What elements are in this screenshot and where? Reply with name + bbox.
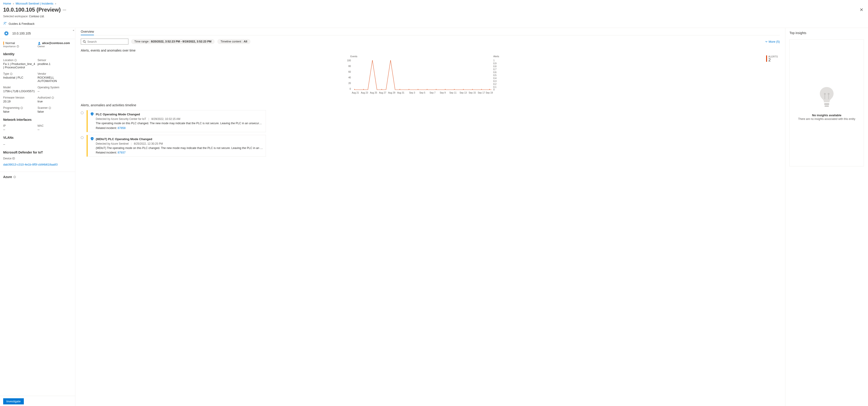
owner-value: alice@contoso.com <box>38 41 72 45</box>
info-icon[interactable] <box>49 107 51 109</box>
svg-text:100: 100 <box>347 59 351 62</box>
svg-text:60: 60 <box>348 70 351 73</box>
svg-point-7 <box>38 42 40 43</box>
svg-text:Aug 25: Aug 25 <box>370 91 377 94</box>
svg-text:40: 40 <box>348 76 351 79</box>
identity-model: 1756-L71/B LOGIX5571 <box>3 89 36 93</box>
info-icon <box>13 176 16 178</box>
importance-label: Importance <box>3 45 38 48</box>
page-header: 10.0.100.105 (Preview) ⋯ ✕ <box>0 6 868 15</box>
svg-text:Sep 15: Sep 15 <box>469 91 476 94</box>
insights-title: Top insights <box>789 31 864 35</box>
shield-icon <box>90 137 94 141</box>
svg-text:0.7: 0.7 <box>493 68 497 70</box>
breadcrumb-home[interactable]: Home <box>3 2 11 5</box>
collapse-icon[interactable]: « <box>73 29 74 32</box>
entity-header: 10.0.100.105 <box>0 28 75 39</box>
events-alerts-chart: Events 100 80 60 40 20 0 Alerts 1 0.9 0.… <box>81 55 762 98</box>
svg-text:Sep 17: Sep 17 <box>478 91 485 94</box>
related-incident-link[interactable]: 87937 <box>118 151 126 154</box>
investigate-button[interactable]: Investigate <box>3 398 24 404</box>
chart-title: Alerts, events and anomalies over time <box>81 49 780 52</box>
identity-firmware: 20.19 <box>3 100 36 103</box>
chip-icon <box>3 30 9 36</box>
tab-overview[interactable]: Overview <box>81 30 94 35</box>
owner-label: Owner <box>38 45 72 48</box>
insights-panel: Top insights No insights available There… <box>785 28 868 406</box>
svg-text:Sep 13: Sep 13 <box>460 91 467 94</box>
timeline-title: Alerts, anomalies and activities timelin… <box>81 103 780 107</box>
svg-text:0.6: 0.6 <box>493 71 497 74</box>
svg-point-1 <box>5 22 6 23</box>
svg-text:0.4: 0.4 <box>493 77 497 80</box>
close-icon[interactable]: ✕ <box>858 6 865 14</box>
identity-authorized: true <box>38 100 71 103</box>
svg-text:Aug 27: Aug 27 <box>379 91 386 94</box>
page-title: 10.0.100.105 (Preview) <box>3 7 61 13</box>
device-id-link[interactable]: dab39013-c310-4e1b-8f5f-cb94b618aa83 <box>0 162 75 169</box>
radio-icon[interactable] <box>81 136 84 139</box>
info-icon[interactable] <box>14 59 17 61</box>
network-mac: -- <box>38 128 71 131</box>
svg-text:Sep 19: Sep 19 <box>486 91 493 94</box>
alert-description: The operating mode on this PLC changed. … <box>96 121 263 125</box>
svg-text:Aug 21: Aug 21 <box>352 91 359 94</box>
timeline-content-pill[interactable]: Timeline content : All <box>217 39 250 44</box>
info-icon[interactable] <box>17 45 19 48</box>
svg-text:Sep 9: Sep 9 <box>440 91 446 94</box>
breadcrumb-sentinel[interactable]: Microsoft Sentinel | Incidents <box>16 2 53 5</box>
radio-icon[interactable] <box>81 112 84 114</box>
timeline-item[interactable]: (MDIoT) PLC Operating Mode Changed Detec… <box>81 135 780 157</box>
identity-scanner: false <box>38 110 71 113</box>
svg-text:Aug 31: Aug 31 <box>397 91 404 94</box>
alert-title: (MDIoT) PLC Operating Mode Changed <box>96 137 152 141</box>
more-actions-icon[interactable]: ⋯ <box>63 8 66 12</box>
info-icon[interactable] <box>10 72 12 75</box>
identity-type: Industrial | PLC <box>3 76 36 79</box>
insights-sub: There are no insights associated with th… <box>798 117 855 121</box>
workspace-subheader: Selected workspace: Contoso Ltd. <box>0 15 868 20</box>
identity-programming: false <box>3 110 36 113</box>
svg-text:0: 0 <box>350 88 351 90</box>
svg-text:0: 0 <box>493 88 495 91</box>
svg-text:Alerts: Alerts <box>493 55 499 58</box>
user-icon <box>38 41 41 45</box>
svg-point-78 <box>824 93 826 95</box>
svg-line-21 <box>85 42 86 43</box>
svg-rect-3 <box>6 33 7 34</box>
identity-os: -- <box>38 89 71 93</box>
alerts-kpi: ALERTS 2 <box>766 55 780 62</box>
lightbulb-icon <box>816 85 837 111</box>
search-input[interactable] <box>81 38 128 45</box>
timeline-item[interactable]: PLC Operating Mode Changed Detected by A… <box>81 110 780 132</box>
info-icon[interactable] <box>52 96 54 99</box>
more-link[interactable]: More (5) <box>765 40 780 44</box>
info-icon[interactable] <box>21 107 23 109</box>
identity-location: Fa 1 | Production_line_4 | ProcessContro… <box>3 62 36 69</box>
svg-text:80: 80 <box>348 65 351 67</box>
vlans-value: -- <box>3 143 70 146</box>
svg-text:Sep 3: Sep 3 <box>409 91 415 94</box>
svg-text:Aug 29: Aug 29 <box>388 91 396 94</box>
chevron-right-icon: › <box>55 2 56 5</box>
related-incident-link[interactable]: 87858 <box>118 126 126 129</box>
defender-title: Microsoft Defender for IoT <box>0 148 75 156</box>
svg-text:0.8: 0.8 <box>493 65 497 68</box>
svg-text:20: 20 <box>348 82 351 84</box>
chevron-down-icon <box>765 40 768 43</box>
breadcrumb: Home › Microsoft Sentinel | Incidents › <box>0 0 868 6</box>
tabs: Overview <box>81 30 780 35</box>
insights-none: No insights available <box>812 114 841 117</box>
chevron-right-icon: › <box>13 2 14 5</box>
azure-section[interactable]: Azure <box>0 172 75 182</box>
timerange-pill[interactable]: Time range : 8/20/2022, 3:52:23 PM - 9/1… <box>131 39 215 44</box>
svg-rect-77 <box>825 105 829 107</box>
alert-title: PLC Operating Mode Changed <box>96 113 140 116</box>
identity-vendor: ROCKWELL AUTOMATION <box>38 76 71 83</box>
guides-button[interactable]: Guides & Feedback <box>0 20 868 28</box>
entity-name: 10.0.100.105 <box>12 32 31 35</box>
svg-text:Sep 11: Sep 11 <box>450 91 457 94</box>
identity-title: Identity <box>0 50 75 58</box>
svg-text:0.1: 0.1 <box>493 86 497 88</box>
svg-text:0.2: 0.2 <box>493 83 497 85</box>
